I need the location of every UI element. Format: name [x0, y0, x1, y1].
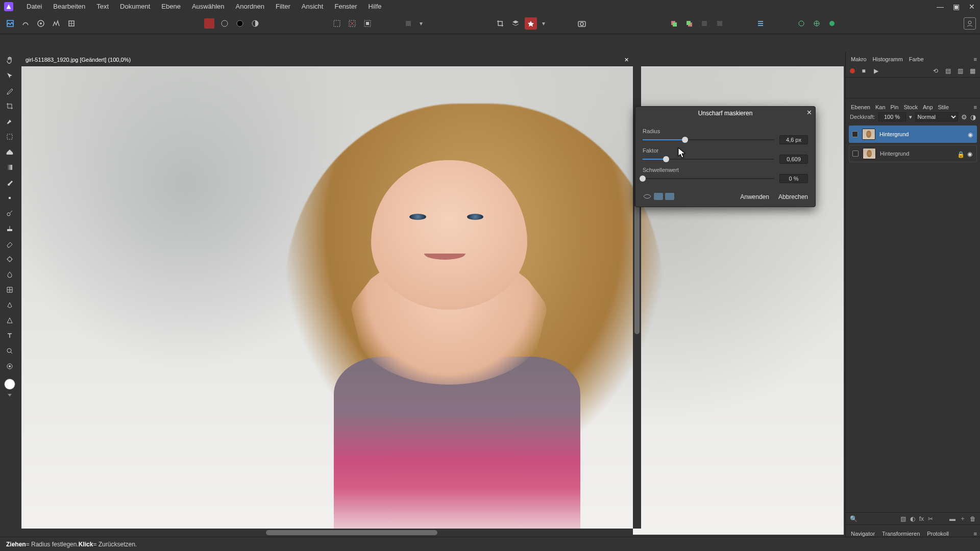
blur-tool-icon[interactable] — [4, 268, 16, 281]
apply-button[interactable]: Anwenden — [740, 193, 769, 201]
camera-icon[interactable] — [576, 17, 588, 30]
layer-gear-icon[interactable]: ⚙ — [961, 113, 967, 121]
arrange-dim2-icon[interactable] — [714, 17, 726, 30]
layer-checkbox[interactable] — [852, 151, 859, 157]
layer-checkbox[interactable] — [852, 131, 858, 137]
clone-tool-icon[interactable] — [4, 222, 16, 235]
canvas-hscroll[interactable] — [21, 529, 633, 537]
footer-crop-icon[interactable]: ✂ — [928, 515, 933, 522]
dodge-tool-icon[interactable] — [4, 253, 16, 265]
menu-fenster[interactable]: Fenster — [334, 3, 357, 10]
dialog-close-icon[interactable]: ✕ — [806, 109, 812, 116]
footer-merge-icon[interactable]: ▬ — [949, 515, 955, 522]
preview-mirror-icon[interactable] — [665, 193, 674, 200]
flood-tool-icon[interactable] — [4, 146, 16, 158]
pen-tool-icon[interactable] — [4, 299, 16, 311]
menu-text[interactable]: Text — [96, 3, 109, 10]
shape-tool-icon[interactable] — [4, 314, 16, 327]
crop-icon[interactable] — [494, 17, 506, 30]
snap3-icon[interactable] — [826, 17, 838, 30]
persona-photo-icon[interactable] — [4, 17, 16, 30]
eraser-tool-icon[interactable] — [4, 238, 16, 250]
bottom-menu-icon[interactable]: ≡ — [974, 531, 977, 537]
color-swap-icon[interactable] — [8, 394, 12, 396]
selection-invert-icon[interactable] — [361, 17, 374, 30]
menu-dokument[interactable]: Dokument — [120, 3, 150, 10]
layer-menu-icon[interactable]: ≡ — [974, 104, 977, 110]
tab-navigator[interactable]: Navigator — [851, 531, 875, 537]
mesh-tool-icon[interactable] — [4, 284, 16, 296]
foreground-color-swatch[interactable] — [4, 379, 15, 390]
layer-row[interactable]: Hintergrund 🔒 ◉ — [849, 145, 977, 162]
menu-anordnen[interactable]: Anordnen — [236, 3, 264, 10]
selection-clear-icon[interactable] — [346, 17, 358, 30]
menu-auswaehlen[interactable]: Auswählen — [192, 3, 225, 10]
autocolors-icon[interactable] — [234, 17, 246, 30]
window-minimize-icon[interactable]: — — [937, 3, 944, 11]
tab-pin[interactable]: Pin — [891, 104, 899, 110]
layer-gear2-icon[interactable]: ◑ — [970, 113, 976, 121]
footer-mask-icon[interactable]: ▧ — [900, 515, 906, 522]
footer-add-icon[interactable]: ＋ — [960, 514, 966, 523]
quickmask-icon[interactable] — [402, 17, 414, 30]
arrange-dim1-icon[interactable] — [698, 17, 710, 30]
tab-protokoll[interactable]: Protokoll — [927, 531, 949, 537]
menu-bearbeiten[interactable]: Bearbeiten — [53, 3, 85, 10]
menu-hilfe[interactable]: Hilfe — [369, 3, 382, 10]
tab-farbe[interactable]: Farbe — [909, 56, 924, 64]
macro-record-icon[interactable] — [850, 68, 855, 73]
tab-transformieren[interactable]: Transformieren — [882, 531, 920, 537]
macro-opt4-icon[interactable]: ▦ — [969, 67, 976, 74]
account-icon[interactable] — [964, 17, 976, 30]
autolevels-icon[interactable] — [218, 17, 231, 30]
macro-opt3-icon[interactable]: ▥ — [957, 67, 964, 74]
marquee-tool-icon[interactable] — [4, 131, 16, 143]
menu-ansicht[interactable]: Ansicht — [302, 3, 324, 10]
chevron-down-icon[interactable]: ▾ — [418, 17, 425, 30]
document-close-icon[interactable]: ✕ — [624, 57, 629, 63]
persona-develop-icon[interactable] — [35, 17, 47, 30]
factor-value[interactable]: 0,609 — [779, 155, 808, 164]
radius-value[interactable]: 4,6 px — [779, 135, 808, 144]
hand-tool-icon[interactable] — [4, 54, 16, 66]
window-close-icon[interactable]: ✕ — [969, 3, 975, 11]
layer-row[interactable]: Hintergrund ◉ — [849, 126, 977, 143]
preview-split-icon[interactable] — [654, 193, 663, 200]
layer-lock-icon[interactable]: 🔒 — [957, 151, 962, 156]
chevron-down-icon[interactable]: ▾ — [540, 17, 547, 30]
window-restore-icon[interactable]: ▣ — [953, 3, 960, 11]
footer-trash-icon[interactable]: 🗑 — [970, 515, 976, 522]
tab-stile[interactable]: Stile — [938, 104, 949, 110]
persona-tone-icon[interactable] — [50, 17, 62, 30]
colorpicker-tool-icon[interactable] — [4, 85, 16, 97]
factor-slider[interactable] — [643, 156, 774, 163]
opacity-input[interactable] — [878, 112, 906, 121]
macro-opt2-icon[interactable]: ▤ — [944, 67, 951, 74]
retouch-tool-icon[interactable] — [4, 207, 16, 219]
assistant-icon[interactable] — [525, 17, 537, 30]
tab-kan[interactable]: Kan — [875, 104, 886, 110]
align-icon[interactable] — [754, 17, 767, 30]
menu-filter[interactable]: Filter — [276, 3, 290, 10]
pixel-tool-icon[interactable] — [4, 192, 16, 204]
move-tool-icon[interactable] — [4, 69, 16, 82]
tab-stock[interactable]: Stock — [903, 104, 918, 110]
dialog-header[interactable]: Unscharf maskieren ✕ — [635, 107, 815, 120]
swatch-red-icon[interactable] — [203, 17, 215, 30]
selection-brush-tool-icon[interactable] — [4, 115, 16, 128]
footer-magnify-icon[interactable]: 🔍 — [850, 515, 857, 522]
view-tool-icon[interactable] — [4, 360, 16, 372]
snap-icon[interactable] — [795, 17, 807, 30]
selection-new-icon[interactable] — [331, 17, 343, 30]
layer-visible-icon[interactable]: ◉ — [967, 151, 973, 157]
macro-play-icon[interactable]: ▶ — [872, 67, 879, 74]
macro-stop-icon[interactable]: ■ — [860, 67, 867, 74]
radius-slider[interactable] — [643, 136, 774, 143]
text-tool-icon[interactable] — [4, 330, 16, 342]
zoom-tool-icon[interactable] — [4, 345, 16, 357]
threshold-value[interactable]: 0 % — [779, 174, 808, 183]
menu-ebene[interactable]: Ebene — [161, 3, 181, 10]
tab-anp[interactable]: Anp — [923, 104, 933, 110]
layer-visible-icon[interactable]: ◉ — [968, 131, 974, 137]
tab-ebenen[interactable]: Ebenen — [851, 104, 870, 110]
